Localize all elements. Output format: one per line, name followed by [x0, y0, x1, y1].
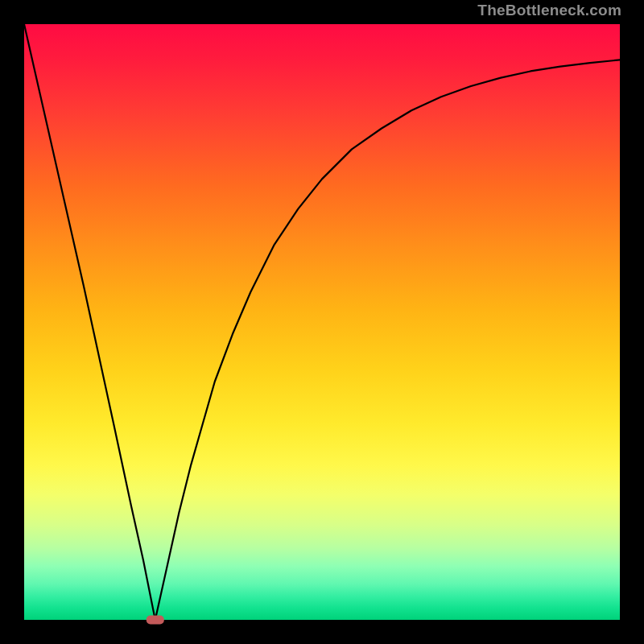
plot-area	[24, 24, 620, 620]
watermark-text: TheBottleneck.com	[477, 2, 621, 19]
chart-svg	[24, 24, 620, 620]
chart-frame: TheBottleneck.com	[0, 0, 644, 644]
bottleneck-curve	[24, 24, 620, 620]
optimum-marker	[147, 616, 164, 625]
